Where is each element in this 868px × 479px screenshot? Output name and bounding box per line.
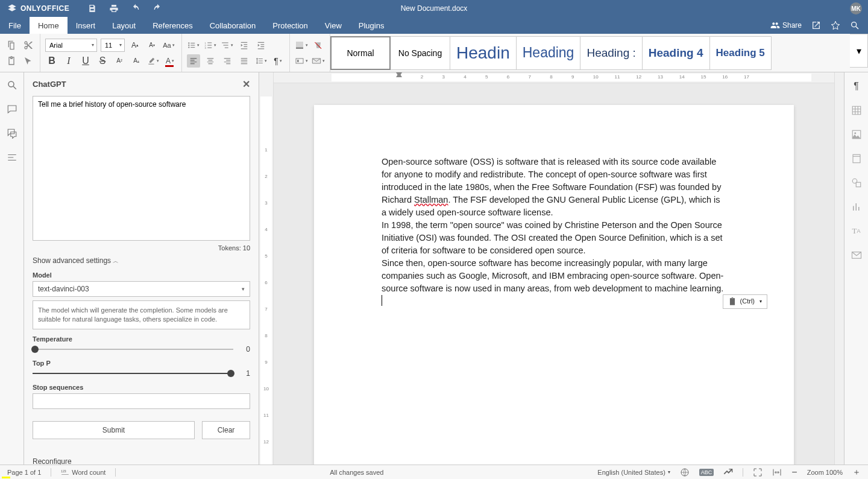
word-count-button[interactable]: 123 Word count	[61, 468, 105, 477]
fit-page-icon[interactable]	[753, 468, 763, 477]
undo-icon[interactable]	[131, 4, 140, 13]
print-icon[interactable]	[109, 4, 119, 13]
reconfigure-link[interactable]: Reconfigure	[33, 457, 250, 465]
favorite-icon[interactable]	[831, 21, 840, 30]
style-gallery-more[interactable]: ▾	[850, 34, 868, 68]
advanced-settings-toggle[interactable]: Show advanced settings	[33, 256, 250, 265]
zoom-out-button[interactable]: −	[791, 467, 797, 478]
doc-paragraph[interactable]: Since then, open-source software has bec…	[382, 257, 726, 295]
style-normal[interactable]: Normal	[330, 36, 391, 70]
page-indicator[interactable]: Page 1 of 1	[7, 469, 41, 476]
textart-settings-icon[interactable]: TA	[850, 224, 863, 238]
menu-view[interactable]: View	[316, 17, 350, 34]
language-select[interactable]: English (United States)	[597, 469, 670, 476]
copy-icon[interactable]	[5, 39, 18, 52]
strike-icon[interactable]: S	[96, 54, 109, 68]
search-icon[interactable]	[850, 21, 860, 30]
headings-icon[interactable]	[5, 151, 19, 164]
menu-layout[interactable]: Layout	[104, 17, 144, 34]
decrease-indent-icon[interactable]	[237, 39, 251, 52]
paragraph-settings-icon[interactable]: ¶	[850, 80, 863, 93]
chart-settings-icon[interactable]	[850, 200, 863, 214]
svg-rect-18	[297, 60, 299, 62]
style-heading-[interactable]: Heading :	[580, 36, 642, 70]
share-button[interactable]: Share	[770, 21, 802, 30]
select-icon[interactable]	[22, 54, 35, 68]
menu-home[interactable]: Home	[30, 17, 68, 34]
zoom-in-button[interactable]: ＋	[852, 467, 861, 478]
set-doc-language-icon[interactable]	[680, 468, 690, 477]
align-right-icon[interactable]	[221, 54, 234, 68]
image-settings-icon[interactable]	[850, 128, 863, 141]
temperature-slider[interactable]	[33, 345, 233, 354]
style-no-spacing[interactable]: No Spacing	[390, 36, 450, 70]
close-icon[interactable]: ✕	[242, 78, 250, 90]
highlight-color-icon[interactable]	[146, 54, 160, 68]
style-heading-4[interactable]: Heading 4	[642, 36, 710, 70]
track-changes-icon[interactable]	[723, 468, 733, 477]
font-color-icon[interactable]: A	[163, 54, 177, 68]
cut-icon[interactable]	[22, 39, 35, 52]
increase-indent-icon[interactable]	[254, 39, 268, 52]
model-select[interactable]: text-davinci-003	[33, 281, 250, 297]
fit-width-icon[interactable]	[772, 468, 782, 477]
submit-button[interactable]: Submit	[33, 421, 195, 439]
zoom-level[interactable]: Zoom 100%	[807, 469, 843, 476]
table-settings-icon[interactable]	[850, 104, 863, 117]
align-center-icon[interactable]	[204, 54, 217, 68]
style-headin[interactable]: Headin	[450, 36, 517, 70]
header-footer-icon[interactable]	[850, 152, 863, 165]
doc-paragraph[interactable]	[382, 295, 726, 308]
clear-style-icon[interactable]	[312, 39, 325, 52]
menu-file[interactable]: File	[0, 17, 30, 34]
menu-references[interactable]: References	[144, 17, 201, 34]
doc-paragraph[interactable]: In 1998, the term "open source" was coin…	[382, 219, 726, 257]
bold-icon[interactable]: B	[45, 54, 58, 68]
font-name-select[interactable]: Arial	[45, 39, 97, 52]
mailmerge-icon[interactable]	[312, 54, 325, 68]
paste-options-button[interactable]: (Ctrl)	[723, 294, 767, 309]
clear-button[interactable]: Clear	[202, 421, 250, 439]
shape-settings-icon[interactable]	[850, 176, 863, 189]
italic-icon[interactable]: I	[62, 54, 75, 68]
align-left-icon[interactable]	[187, 54, 200, 68]
insert-field-icon[interactable]	[295, 54, 308, 68]
spellcheck-icon[interactable]: ABC	[699, 469, 714, 476]
shading-icon[interactable]	[295, 39, 308, 52]
paragraph-mark-icon[interactable]: ¶	[271, 54, 285, 68]
style-heading-5[interactable]: Heading 5	[709, 36, 772, 70]
style-heading[interactable]: Heading	[516, 36, 581, 70]
subscript-icon[interactable]: A₂	[130, 54, 143, 68]
stop-seq-input[interactable]	[33, 393, 250, 409]
doc-paragraph[interactable]: Open-source software (OSS) is software t…	[382, 156, 726, 219]
underline-icon[interactable]: U	[79, 54, 92, 68]
increase-font-icon[interactable]: A▴	[128, 39, 142, 52]
document-canvas[interactable]: Open-source software (OSS) is software t…	[274, 83, 834, 465]
decrease-font-icon[interactable]: A▾	[145, 39, 159, 52]
paste-icon[interactable]	[5, 54, 18, 68]
number-list-icon[interactable]: 123	[204, 39, 217, 52]
menu-insert[interactable]: Insert	[68, 17, 104, 34]
redo-icon[interactable]	[153, 4, 162, 13]
find-icon[interactable]	[5, 78, 19, 92]
bullet-list-icon[interactable]	[187, 39, 200, 52]
mail-settings-icon[interactable]	[850, 249, 863, 262]
line-spacing-icon[interactable]	[254, 54, 268, 68]
font-size-select[interactable]: 11	[101, 39, 125, 52]
document-page[interactable]: Open-source software (OSS) is software t…	[314, 105, 794, 465]
top-p-slider[interactable]	[33, 369, 233, 378]
change-case-icon[interactable]: Aa	[162, 39, 175, 52]
multilevel-list-icon[interactable]	[221, 39, 234, 52]
menu-collaboration[interactable]: Collaboration	[201, 17, 265, 34]
comments-icon[interactable]	[5, 103, 19, 116]
vertical-scrollbar[interactable]	[834, 72, 844, 465]
menu-protection[interactable]: Protection	[264, 17, 316, 34]
save-icon[interactable]	[87, 4, 97, 13]
menu-plugins[interactable]: Plugins	[350, 17, 393, 34]
chatgpt-prompt-input[interactable]	[33, 96, 250, 241]
open-location-icon[interactable]	[811, 21, 821, 30]
superscript-icon[interactable]: A²	[113, 54, 126, 68]
user-avatar[interactable]: MK	[850, 2, 862, 14]
align-justify-icon[interactable]	[237, 54, 251, 68]
chat-icon[interactable]	[5, 127, 19, 140]
